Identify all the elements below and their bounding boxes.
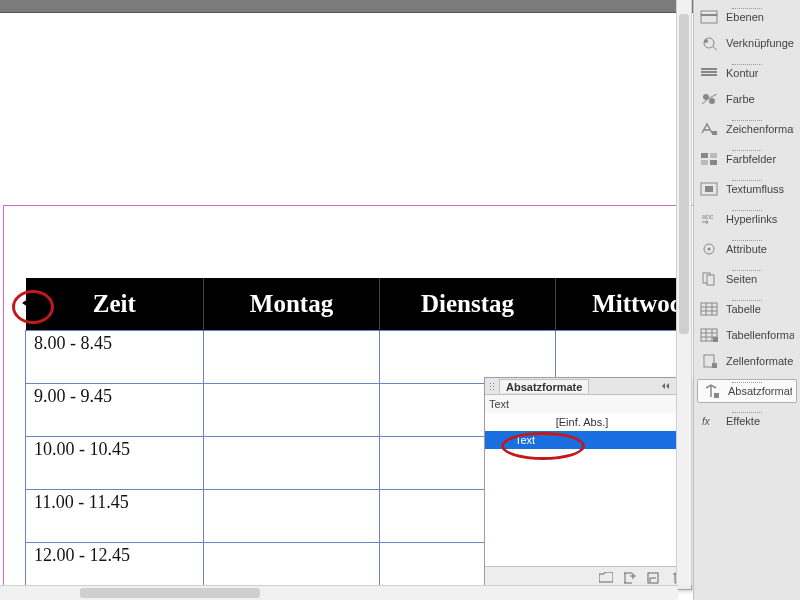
- svg-rect-30: [714, 393, 719, 398]
- hyperlinks-icon: abc: [700, 212, 718, 226]
- svg-point-22: [708, 248, 711, 251]
- panel-grip[interactable]: [489, 382, 495, 390]
- seiten-icon: [700, 272, 718, 286]
- panel-button-label: Tabelle: [726, 303, 761, 315]
- col-header-dienstag[interactable]: Dienstag: [380, 278, 556, 331]
- svg-rect-25: [701, 303, 717, 315]
- svg-rect-5: [701, 14, 717, 16]
- svg-rect-13: [712, 131, 717, 135]
- doc-scroll-thumb[interactable]: [679, 14, 689, 334]
- time-cell[interactable]: 11.00 - 11.45: [26, 490, 204, 543]
- svg-rect-4: [701, 11, 717, 23]
- schedule-cell[interactable]: [204, 437, 380, 490]
- panel-button-label: Ebenen: [726, 11, 764, 23]
- panel-button-label: Hyperlinks: [726, 213, 777, 225]
- svg-rect-8: [701, 71, 717, 73]
- col-header-zeit[interactable]: Zeit: [26, 278, 204, 331]
- farbfelder-icon: [700, 152, 718, 166]
- time-cell[interactable]: 8.00 - 8.45: [26, 331, 204, 384]
- style-list-item[interactable]: [Einf. Abs.]: [485, 413, 679, 431]
- ebenen-icon: [700, 10, 718, 24]
- verknüpfungen-icon: [700, 36, 718, 50]
- panel-button-label: Effekte: [726, 415, 760, 427]
- col-header-mittwoch[interactable]: Mittwoch: [556, 278, 679, 331]
- tabelle-icon: [700, 302, 718, 316]
- collapse-arrows-icon[interactable]: [661, 381, 673, 391]
- absatzformate-panel[interactable]: Absatzformate Text [Einf. Abs.]Text: [484, 377, 692, 590]
- svg-rect-16: [701, 160, 708, 165]
- svg-rect-29: [712, 363, 717, 368]
- panel-button-label: Verknüpfungen: [726, 37, 794, 49]
- header-row: Zeit Montag Dienstag Mittwoch Donnerstag: [26, 278, 679, 331]
- doc-hscroll-thumb[interactable]: [80, 588, 260, 598]
- panel-button-label: Zeichenformate: [726, 123, 794, 135]
- zeichenformate-icon: [700, 122, 718, 136]
- svg-rect-27: [713, 337, 718, 342]
- panel-button-label: Absatzformate: [728, 385, 792, 397]
- style-list-item[interactable]: Text: [485, 431, 679, 449]
- textumfluss-icon: [700, 182, 718, 196]
- panel-button-label: Kontur: [726, 67, 758, 79]
- schedule-cell[interactable]: [204, 331, 380, 384]
- clear-overrides-icon[interactable]: [623, 572, 637, 584]
- schedule-cell[interactable]: [204, 384, 380, 437]
- panel-tab-absatzformate[interactable]: Absatzformate: [499, 379, 589, 393]
- panel-button-label: Attribute: [726, 243, 767, 255]
- right-panel-dock: EbenenVerknüpfungenKonturFarbeZeichenfor…: [693, 0, 800, 600]
- panel-button-verknüpfungen[interactable]: Verknüpfungen: [694, 30, 800, 56]
- doc-vertical-scrollbar[interactable]: [676, 0, 692, 585]
- svg-rect-14: [701, 153, 708, 158]
- current-style-label: Text: [489, 398, 509, 410]
- panel-button-label: Farbfelder: [726, 153, 776, 165]
- svg-point-12: [709, 98, 715, 104]
- panel-button-label: Zellenformate: [726, 355, 793, 367]
- svg-rect-9: [701, 74, 717, 76]
- doc-horizontal-scrollbar[interactable]: [0, 585, 678, 600]
- panel-button-zellenformate[interactable]: Zellenformate: [694, 348, 800, 374]
- col-header-montag[interactable]: Montag: [204, 278, 380, 331]
- svg-text:fx: fx: [702, 416, 711, 427]
- tabellenformate-icon: [700, 328, 718, 342]
- time-cell[interactable]: 9.00 - 9.45: [26, 384, 204, 437]
- kontur-icon: [700, 66, 718, 80]
- table-row[interactable]: 8.00 - 8.45: [26, 331, 679, 384]
- panel-button-label: Tabellenformate: [726, 329, 794, 341]
- panel-button-label: Seiten: [726, 273, 757, 285]
- panel-button-tabellenformate[interactable]: Tabellenformate: [694, 322, 800, 348]
- panel-group-separator: [694, 374, 800, 378]
- new-style-icon[interactable]: [647, 572, 661, 584]
- svg-rect-15: [710, 153, 717, 158]
- svg-point-7: [704, 39, 708, 43]
- svg-text:abc: abc: [702, 213, 714, 220]
- panel-button-label: Farbe: [726, 93, 755, 105]
- schedule-cell[interactable]: [204, 490, 380, 543]
- folder-icon[interactable]: [599, 572, 613, 584]
- svg-rect-24: [707, 275, 714, 285]
- schedule-cell[interactable]: [556, 331, 679, 384]
- style-list[interactable]: [Einf. Abs.]Text: [485, 413, 679, 567]
- schedule-cell[interactable]: [380, 331, 556, 384]
- panel-tabbar[interactable]: Absatzformate: [485, 378, 691, 395]
- svg-rect-10: [701, 68, 717, 70]
- absatzformate-icon: [702, 384, 720, 398]
- attribute-icon: [700, 242, 718, 256]
- farbe-icon: [700, 92, 718, 106]
- time-cell[interactable]: 10.00 - 10.45: [26, 437, 204, 490]
- effekte-icon: fx: [700, 414, 718, 428]
- svg-rect-17: [710, 160, 717, 165]
- zellenformate-icon: [700, 354, 718, 368]
- panel-subheader: Text: [485, 395, 691, 414]
- panel-button-label: Textumfluss: [726, 183, 784, 195]
- svg-rect-19: [705, 186, 713, 192]
- panel-button-farbe[interactable]: Farbe: [694, 86, 800, 112]
